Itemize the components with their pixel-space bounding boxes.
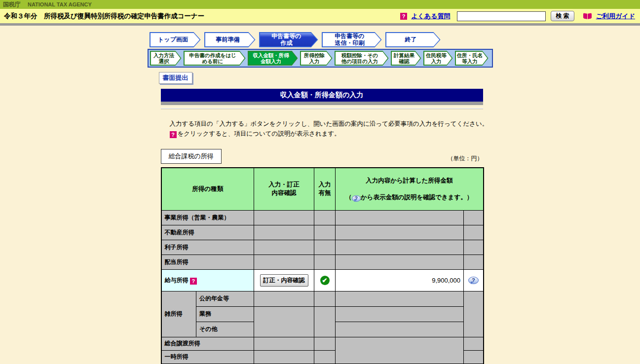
site-title: 令和３年分 所得税及び復興特別所得税の確定申告書作成コーナー: [4, 12, 204, 21]
input-done-check-icon: [320, 276, 330, 285]
row-label: 利子所得: [161, 240, 254, 255]
substep-address-name[interactable]: 住所・氏名 等入力: [455, 51, 489, 66]
row-label: 配当所得: [161, 255, 254, 269]
section-label: 総合課税の所得: [161, 149, 222, 164]
salary-amount: 9,900,000: [336, 269, 464, 291]
col-income-type: 所得の種類: [161, 168, 254, 210]
step-top-screen[interactable]: トップ画面: [150, 32, 201, 47]
salary-help-icon[interactable]: [190, 278, 197, 285]
help-question-icon: [170, 131, 177, 138]
progress-steps-sub: 入力方法 選択 申告書の作成をはじ める前に 収入金額・所得 金額入力 所得控除…: [148, 49, 493, 68]
substep-income-input[interactable]: 収入金額・所得 金額入力: [248, 51, 298, 66]
row-label: 総合譲渡所得: [161, 337, 254, 350]
row-label: 一時所得: [161, 350, 254, 364]
step-finish[interactable]: 終了: [385, 32, 441, 47]
row-label: 公的年金等: [196, 291, 254, 306]
search-input[interactable]: [457, 11, 546, 21]
row-label: 業務: [196, 306, 254, 322]
row-real-estate-income: 不動産所得: [161, 225, 484, 240]
unit-label: （単位：円）: [448, 154, 483, 164]
row-misc-pension: 雑所得 公的年金等: [161, 291, 484, 306]
misc-group-label: 雑所得: [161, 291, 196, 337]
col-amount: 入力内容から計算した所得金額 （から表示金額の説明を確認できます。）: [336, 168, 484, 210]
substep-deduction-input[interactable]: 所得控除 入力: [300, 51, 333, 66]
title-shadow-bar: [161, 102, 483, 105]
agency-bar: 国税庁NATIONAL TAX AGENCY: [0, 0, 640, 9]
row-misc-business: 業務: [161, 306, 484, 322]
substep-before-start[interactable]: 申告書の作成をはじ める前に: [184, 51, 246, 66]
amount-help-icon[interactable]: [352, 195, 361, 202]
row-business-income: 事業所得（営業・農業）: [161, 210, 484, 225]
salary-amount-help-icon[interactable]: [468, 277, 479, 284]
row-label: 給与所得: [165, 277, 188, 284]
row-label: 不動産所得: [161, 225, 254, 240]
substep-result-confirm[interactable]: 計算結果 確認: [391, 51, 421, 66]
page-title: 収入金額・所得金額の入力: [161, 89, 483, 102]
header-actions: よくある質問 検 索 ご利用ガイド: [400, 11, 636, 21]
substep-tax-credit[interactable]: 税額控除・その 他の項目の入力: [335, 51, 389, 66]
step-create-return[interactable]: 申告書等の 作成: [259, 32, 318, 47]
faq-question-icon: [400, 13, 407, 20]
substep-input-method[interactable]: 入力方法 選択: [150, 51, 182, 66]
row-label: その他: [196, 322, 254, 337]
divider-rule: [161, 108, 483, 109]
col-has-input: 入力 有無: [314, 168, 336, 210]
main-content: トップ画面 事前準備 申告書等の 作成 申告書等の 送信・印刷 終了 入力方法 …: [148, 32, 493, 364]
step-send-print[interactable]: 申告書等の 送信・印刷: [322, 32, 382, 47]
instruction-line1: 入力する項目の「入力する」ボタンをクリックし、開いた画面の案内に沿って必要事項の…: [170, 119, 493, 129]
guide-book-icon: [583, 13, 592, 19]
section-row: 総合課税の所得 （単位：円）: [161, 149, 483, 164]
table-header-row: 所得の種類 入力・訂正 内容確認 入力 有無 入力内容から計算した所得金額 （か…: [161, 168, 484, 210]
row-interest-income: 利子所得: [161, 240, 484, 255]
search-button[interactable]: 検 索: [551, 11, 574, 21]
row-capital-gains: 総合譲渡所得: [161, 337, 484, 350]
guide-link[interactable]: ご利用ガイド: [596, 12, 635, 21]
substep-resident-tax[interactable]: 住民税等 入力: [423, 51, 453, 66]
progress-steps-main: トップ画面 事前準備 申告書等の 作成 申告書等の 送信・印刷 終了: [150, 32, 493, 47]
site-header: 令和３年分 所得税及び復興特別所得税の確定申告書作成コーナー よくある質問 検 …: [0, 9, 640, 26]
agency-name-ja: 国税庁: [3, 1, 21, 8]
submission-mode-label: 書面提出: [159, 72, 192, 84]
step-preparation[interactable]: 事前準備: [204, 32, 256, 47]
agency-name-en: NATIONAL TAX AGENCY: [28, 1, 92, 7]
row-dividend-income: 配当所得: [161, 255, 484, 269]
row-salary-income: 給与所得 訂正・内容確認 9,900,000: [161, 269, 484, 291]
edit-confirm-button[interactable]: 訂正・内容確認: [260, 274, 308, 287]
col-edit-check: 入力・訂正 内容確認: [254, 168, 314, 210]
faq-link[interactable]: よくある質問: [411, 12, 450, 21]
row-label: 事業所得（営業・農業）: [161, 210, 254, 225]
income-table: 所得の種類 入力・訂正 内容確認 入力 有無 入力内容から計算した所得金額 （か…: [161, 167, 484, 364]
instruction-line2: をクリックすると、項目についての説明が表示されます。: [170, 129, 493, 139]
instructions: 入力する項目の「入力する」ボタンをクリックし、開いた画面の案内に沿って必要事項の…: [170, 119, 493, 139]
